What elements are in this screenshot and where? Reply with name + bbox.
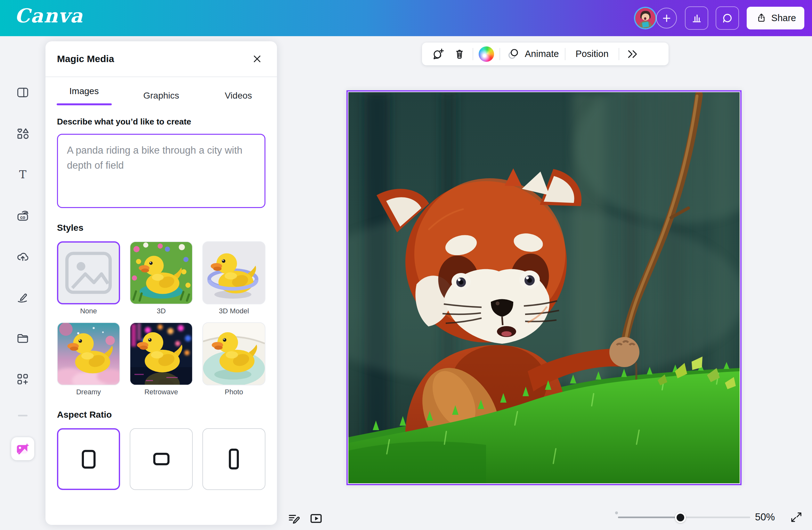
zoom-slider[interactable] — [618, 517, 750, 518]
present-icon — [308, 511, 323, 526]
add-comment-icon — [431, 47, 446, 61]
animate-icon — [506, 47, 521, 61]
animate-button[interactable]: Animate — [506, 46, 560, 62]
delete-icon — [452, 47, 466, 61]
style-card-3d[interactable] — [130, 241, 193, 304]
zoom-slider-fill — [618, 517, 680, 518]
share-button[interactable]: Share — [747, 7, 804, 29]
topbar: Canva — [0, 0, 812, 36]
canva-logo[interactable]: Canva — [15, 4, 83, 27]
insights-button[interactable] — [685, 6, 708, 30]
prompt-input[interactable] — [57, 134, 265, 208]
svg-text:co: co — [20, 215, 25, 220]
position-button[interactable]: Position — [571, 49, 613, 59]
style-option-photo: Photo — [202, 322, 265, 396]
style-thumb-photo — [203, 323, 265, 385]
share-label: Share — [771, 13, 796, 24]
portrait-ratio-icon — [217, 443, 251, 476]
style-thumb-dreamy — [58, 323, 119, 385]
style-option-none: None — [57, 241, 120, 315]
magic-media-panel: Magic Media Images Graphics Videos — [45, 41, 277, 525]
apps-icon — [15, 372, 30, 387]
color-wheel-button[interactable] — [479, 46, 494, 62]
style-card-3d-model[interactable] — [202, 241, 265, 304]
aspect-ratio-heading: Aspect Ratio — [57, 410, 265, 420]
expand-icon — [789, 510, 803, 524]
canvas-image[interactable] — [348, 92, 740, 483]
sidebar-item-text[interactable]: T — [13, 165, 32, 185]
style-card-dreamy[interactable] — [57, 322, 120, 385]
style-option-dreamy: Dreamy — [57, 322, 120, 396]
style-card-photo[interactable] — [202, 322, 265, 385]
avatar-photo — [635, 8, 655, 28]
aspect-option-square[interactable] — [57, 428, 120, 490]
tab-graphics[interactable]: Graphics — [122, 86, 200, 106]
sidebar-item-design[interactable] — [13, 83, 32, 102]
insights-icon — [690, 11, 704, 25]
sidebar-item-uploads[interactable] — [13, 247, 32, 266]
uploads-icon — [15, 249, 30, 264]
tab-videos[interactable]: Videos — [200, 86, 277, 106]
image-placeholder-icon — [58, 242, 119, 303]
share-icon — [755, 12, 767, 24]
double-chevron-right-icon — [625, 47, 640, 61]
sidebar-item-brand[interactable]: co — [13, 206, 32, 225]
toolbar-divider — [473, 48, 473, 60]
context-toolbar: Animate Position — [422, 43, 669, 65]
toolbar-divider — [565, 48, 565, 60]
close-icon — [251, 53, 263, 65]
panel-header: Magic Media — [45, 41, 277, 76]
text-icon: T — [16, 168, 30, 182]
active-tab-underline — [57, 103, 112, 105]
toolbar-divider — [619, 48, 619, 60]
zoom-fit-marker — [615, 512, 618, 514]
style-card-retrowave[interactable] — [130, 322, 193, 385]
sidebar: T co — [0, 36, 45, 530]
magic-media-app-icon — [15, 441, 30, 456]
design-icon — [16, 86, 30, 100]
aspect-ratio-grid — [57, 428, 265, 490]
aspect-option-landscape[interactable] — [130, 428, 193, 490]
style-option-3d-model: 3D Model — [202, 241, 265, 315]
zoom-percent: 50% — [755, 512, 775, 523]
sidebar-item-draw[interactable] — [13, 288, 32, 307]
tab-images[interactable]: Images — [45, 86, 122, 106]
sidebar-item-magic-media[interactable] — [11, 437, 34, 460]
sidebar-item-elements[interactable] — [13, 124, 32, 143]
styles-heading: Styles — [57, 223, 265, 233]
delete-button[interactable] — [452, 46, 467, 62]
elements-icon — [15, 126, 30, 141]
add-comment-button[interactable] — [430, 46, 446, 62]
selected-image-frame — [346, 90, 742, 485]
landscape-ratio-icon — [145, 443, 178, 476]
fullscreen-button[interactable] — [788, 510, 804, 525]
comments-button[interactable] — [716, 6, 739, 30]
style-thumb-3d — [130, 242, 192, 304]
sidebar-item-projects[interactable] — [13, 329, 32, 348]
avatar[interactable] — [635, 8, 655, 28]
animate-label: Animate — [525, 49, 559, 59]
square-ratio-icon — [72, 443, 105, 476]
notes-button[interactable] — [285, 510, 303, 527]
add-icon — [659, 11, 674, 25]
brand-icon: co — [15, 208, 30, 223]
tab-bar: Images Graphics Videos — [45, 77, 277, 106]
panel-title: Magic Media — [57, 54, 114, 64]
style-thumb-3d-model — [203, 242, 265, 304]
close-panel-button[interactable] — [249, 50, 265, 67]
more-options-button[interactable] — [625, 46, 641, 62]
styles-grid: None — [57, 241, 265, 396]
style-card-none[interactable] — [57, 241, 120, 304]
toolbar-divider — [499, 48, 500, 60]
add-member-button[interactable] — [656, 8, 677, 29]
svg-text:T: T — [19, 168, 27, 181]
sidebar-item-apps[interactable] — [13, 370, 32, 389]
zoom-controls: 50% — [613, 509, 805, 526]
style-thumb-retrowave — [130, 323, 192, 385]
comments-icon — [721, 11, 735, 25]
style-option-retrowave: Retrowave — [130, 322, 193, 396]
present-button[interactable] — [307, 510, 325, 527]
zoom-slider-thumb[interactable] — [675, 512, 686, 523]
canva-app: Canva — [0, 0, 812, 530]
aspect-option-portrait[interactable] — [202, 428, 265, 490]
